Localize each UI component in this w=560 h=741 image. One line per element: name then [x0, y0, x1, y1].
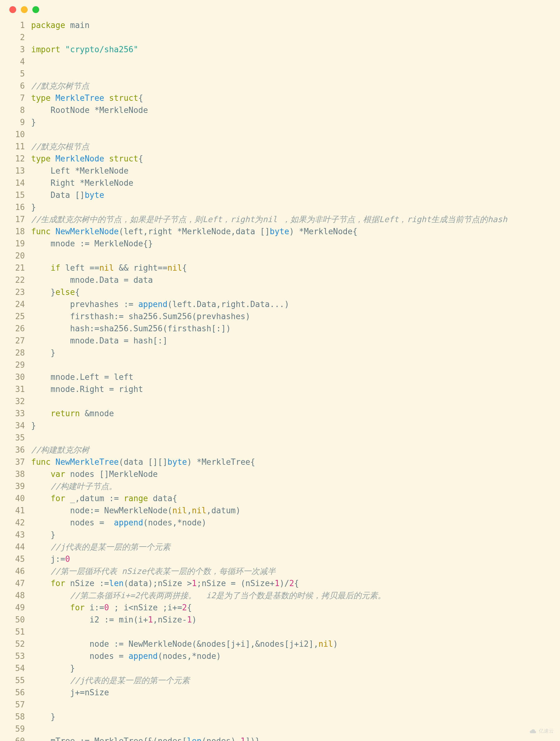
- token-id: }: [31, 287, 55, 297]
- code-content: firsthash:= sha256.Sum256(prevhashes): [31, 311, 554, 323]
- code-line: 55 //j代表的是某一层的第一个元素: [6, 674, 554, 686]
- token-kw: struct: [109, 154, 138, 163]
- code-line: 29: [6, 359, 554, 371]
- line-number: 34: [6, 420, 31, 432]
- token-id: (nodes)-: [202, 736, 240, 741]
- token-id: {: [138, 93, 143, 103]
- token-id: _,datum :=: [70, 494, 124, 503]
- code-content: [31, 723, 554, 735]
- code-line: 21 if left ==nil && right==nil{: [6, 262, 554, 274]
- line-number: 57: [6, 699, 31, 711]
- token-nil: nil: [167, 263, 182, 272]
- token-kw: type: [31, 154, 55, 163]
- token-id: hash:=sha256.Sum256(firsthash[:]): [31, 324, 231, 333]
- line-number: 47: [6, 578, 31, 590]
- line-number: 2: [6, 31, 31, 44]
- code-content: //默克尔根节点: [31, 141, 554, 153]
- code-content: //生成默克尔树中的节点，如果是叶子节点，则Left，right为nil ，如果…: [31, 213, 554, 225]
- token-com: //j代表的是某一层的第一个元素: [70, 676, 190, 685]
- line-number: 45: [6, 553, 31, 565]
- token-bi: append: [129, 652, 158, 661]
- code-line: 15 Data []byte: [6, 189, 554, 201]
- token-id: ): [192, 615, 197, 624]
- token-id: nSize :=: [70, 579, 109, 588]
- code-content: mTree := MerkleTree{&(nodes[len(nodes)-1…: [31, 735, 554, 741]
- code-line: 12type MerkleNode struct{: [6, 153, 554, 165]
- line-number: 33: [6, 408, 31, 420]
- code-content: package main: [31, 19, 554, 31]
- window-minimize-dot[interactable]: [21, 6, 28, 13]
- line-number: 8: [6, 104, 31, 116]
- code-line: 48 //第二条循环i+=2代表两两拼接。 i2是为了当个数是基数的时候，拷贝最…: [6, 590, 554, 602]
- code-content: node := NewMerkleNode(&nodes[j+i],&nodes…: [31, 638, 554, 650]
- code-line: 47 for nSize :=len(data);nSize >1;nSize …: [6, 578, 554, 590]
- token-nil: nil: [319, 639, 333, 649]
- token-id: [31, 591, 70, 600]
- token-com: //默克尔根节点: [31, 142, 89, 151]
- line-number: 19: [6, 238, 31, 250]
- line-number: 15: [6, 189, 31, 201]
- token-kw: if: [51, 263, 65, 272]
- code-line: 2: [6, 31, 554, 44]
- code-content: //j代表的是某一层的第一个元素: [31, 674, 554, 686]
- code-line: 17//生成默克尔树中的节点，如果是叶子节点，则Left，right为nil ，…: [6, 213, 554, 225]
- line-number: 56: [6, 686, 31, 699]
- code-line: 58 }: [6, 711, 554, 723]
- code-line: 7type MerkleTree struct{: [6, 92, 554, 104]
- token-bi: append: [114, 518, 143, 527]
- line-number: 17: [6, 213, 31, 225]
- token-id: ) *MerkleTree{: [187, 457, 255, 467]
- line-number: 49: [6, 602, 31, 614]
- token-id: }: [31, 118, 36, 127]
- line-number: 10: [6, 129, 31, 141]
- line-number: 5: [6, 68, 31, 80]
- code-content: nodes = append(nodes,*node): [31, 517, 554, 529]
- line-number: 25: [6, 311, 31, 323]
- token-id: j+=nSize: [31, 688, 109, 697]
- code-line: 37func NewMerkleTree(data [][]byte) *Mer…: [6, 456, 554, 468]
- token-id: [31, 263, 51, 272]
- token-id: mnode.Data = data: [31, 275, 153, 285]
- token-id: {: [294, 579, 299, 588]
- line-number: 14: [6, 177, 31, 189]
- token-id: ,: [187, 506, 192, 515]
- code-line: 5: [6, 68, 554, 80]
- code-line: 43 }: [6, 529, 554, 541]
- code-content: [31, 395, 554, 408]
- line-number: 52: [6, 638, 31, 650]
- token-fn: NewMerkleNode: [55, 227, 119, 236]
- token-id: }: [31, 664, 75, 673]
- token-id: node := NewMerkleNode(&nodes[j+i],&nodes…: [31, 639, 319, 649]
- token-num: 1: [187, 615, 192, 624]
- token-id: mnode.Data = hash[:]: [31, 336, 167, 345]
- token-kw: var: [51, 469, 70, 479]
- code-content: }: [31, 201, 554, 213]
- line-number: 7: [6, 92, 31, 104]
- window-close-dot[interactable]: [9, 6, 16, 13]
- code-content: [31, 359, 554, 371]
- code-content: func NewMerkleTree(data [][]byte) *Merkl…: [31, 456, 554, 468]
- code-content: for _,datum := range data{: [31, 492, 554, 504]
- token-typ: byte: [167, 457, 187, 467]
- token-id: j:=: [31, 554, 65, 564]
- window-zoom-dot[interactable]: [32, 6, 39, 13]
- token-id: (data [][]: [119, 457, 168, 467]
- code-line: 16}: [6, 201, 554, 213]
- line-number: 9: [6, 116, 31, 129]
- code-line: 6//默克尔树节点: [6, 80, 554, 92]
- watermark-text: 亿速云: [539, 727, 554, 735]
- token-kw: import: [31, 45, 65, 54]
- line-number: 58: [6, 711, 31, 723]
- code-content: [31, 626, 554, 638]
- token-id: mTree := MerkleTree{&(nodes[: [31, 736, 187, 741]
- token-str: "crypto/sha256": [65, 45, 138, 54]
- line-number: 28: [6, 347, 31, 359]
- code-line: 36//构建默克尔树: [6, 444, 554, 456]
- token-id: Right *MerkleNode: [31, 178, 133, 188]
- code-line: 19 mnode := MerkleNode{}: [6, 238, 554, 250]
- code-content: [31, 129, 554, 141]
- token-num: 0: [65, 554, 70, 564]
- code-content: [31, 250, 554, 262]
- code-content: //默克尔树节点: [31, 80, 554, 92]
- token-id: nodes =: [31, 518, 114, 527]
